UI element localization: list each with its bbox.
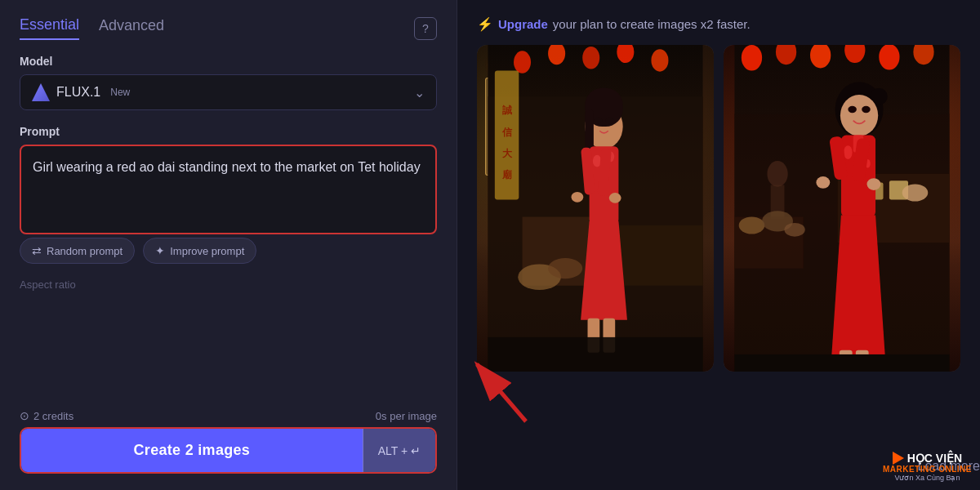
svg-text:大: 大	[501, 148, 513, 158]
generated-image-1[interactable]: 誠 信 大 廟	[477, 45, 714, 372]
svg-point-48	[848, 106, 857, 113]
watermark: HỌC VIỆN MARKETING ONLINE Vươn Xa Cùng B…	[883, 452, 972, 482]
bottom-bar: ⊙ 2 credits 0s per image Create 2 images…	[20, 409, 437, 474]
red-arrow-icon	[461, 348, 542, 430]
create-images-button[interactable]: Create 2 images	[21, 429, 363, 472]
svg-point-33	[742, 45, 762, 71]
prompt-label: Prompt	[20, 125, 437, 138]
svg-point-23	[609, 193, 621, 203]
svg-rect-68	[734, 354, 949, 372]
play-icon	[893, 452, 904, 465]
tabs-row: Essential Advanced ?	[20, 16, 437, 40]
tab-essential[interactable]: Essential	[20, 16, 79, 40]
svg-point-27	[594, 117, 603, 123]
model-section: Model FLUX.1 New ⌄	[20, 55, 437, 110]
improve-prompt-label: Improve prompt	[170, 245, 244, 257]
credits-text: 2 credits	[33, 410, 74, 422]
chevron-down-icon: ⌄	[414, 85, 425, 100]
svg-point-31	[548, 258, 582, 278]
prompt-section: Prompt ⇄ Random prompt ✦ Improve prompt	[20, 125, 437, 264]
upgrade-link[interactable]: Upgrade	[498, 17, 548, 31]
left-panel: Essential Advanced ? Model FLUX.1 New ⌄ …	[0, 0, 457, 490]
svg-point-52	[844, 145, 853, 159]
improve-icon: ✦	[155, 244, 165, 257]
brand-tagline: Vươn Xa Cùng Bạn	[894, 474, 960, 482]
random-icon: ⇄	[32, 244, 42, 257]
model-label: Model	[20, 55, 437, 68]
svg-point-22	[572, 192, 584, 203]
svg-point-65	[739, 217, 765, 234]
images-grid: 誠 信 大 廟	[477, 45, 960, 474]
alt-shortcut-button[interactable]: ALT + ↵	[363, 429, 435, 472]
improve-prompt-button[interactable]: ✦ Improve prompt	[143, 238, 256, 264]
upgrade-text: your plan to create images x2 faster.	[553, 17, 751, 31]
upgrade-bar: ⚡ Upgrade your plan to create images x2 …	[477, 16, 960, 32]
svg-point-44	[902, 185, 929, 202]
random-prompt-label: Random prompt	[47, 245, 122, 257]
credits-row: ⊙ 2 credits 0s per image	[20, 409, 437, 422]
svg-point-2	[514, 51, 531, 73]
generated-image-2[interactable]	[724, 45, 960, 372]
svg-point-49	[862, 106, 871, 113]
lightning-icon: ⚡	[477, 16, 493, 32]
create-row: Create 2 images ALT + ↵	[20, 427, 437, 474]
brand-name: HỌC VIỆN	[907, 452, 962, 465]
svg-point-28	[606, 117, 615, 123]
svg-point-62	[767, 161, 787, 187]
svg-point-67	[784, 223, 804, 237]
image-scene-svg-1: 誠 信 大 廟	[477, 45, 714, 372]
help-button[interactable]: ?	[414, 17, 437, 40]
svg-line-70	[477, 364, 526, 421]
svg-point-57	[816, 176, 830, 189]
time-per-image: 0s per image	[376, 410, 437, 422]
watermark-top: HỌC VIỆN	[893, 452, 962, 465]
svg-text:信: 信	[501, 127, 513, 137]
svg-point-6	[651, 49, 668, 71]
svg-text:誠: 誠	[502, 105, 513, 115]
prompt-input[interactable]	[20, 145, 437, 234]
brand-subtitle: MARKETING ONLINE	[883, 465, 972, 474]
aspect-ratio-label: Aspect ratio	[20, 278, 437, 291]
right-panel: ⚡ Upgrade your plan to create images x2 …	[457, 0, 980, 490]
prompt-actions: ⇄ Random prompt ✦ Improve prompt	[20, 238, 437, 264]
tab-advanced[interactable]: Advanced	[99, 17, 164, 39]
svg-point-37	[879, 45, 899, 70]
model-name: FLUX.1	[56, 85, 100, 100]
svg-point-4	[582, 47, 599, 69]
random-prompt-button[interactable]: ⇄ Random prompt	[20, 238, 135, 264]
svg-point-58	[867, 178, 881, 190]
arrow-indicator	[461, 348, 542, 433]
svg-point-47	[840, 95, 878, 136]
credits-icon: ⊙	[20, 409, 29, 422]
svg-text:廟: 廟	[502, 169, 512, 180]
credits-info: ⊙ 2 credits	[20, 409, 74, 422]
model-icon	[32, 83, 50, 101]
model-dropdown[interactable]: FLUX.1 New ⌄	[20, 74, 437, 110]
model-badge: New	[110, 87, 130, 98]
image-scene-svg-2	[724, 45, 960, 372]
